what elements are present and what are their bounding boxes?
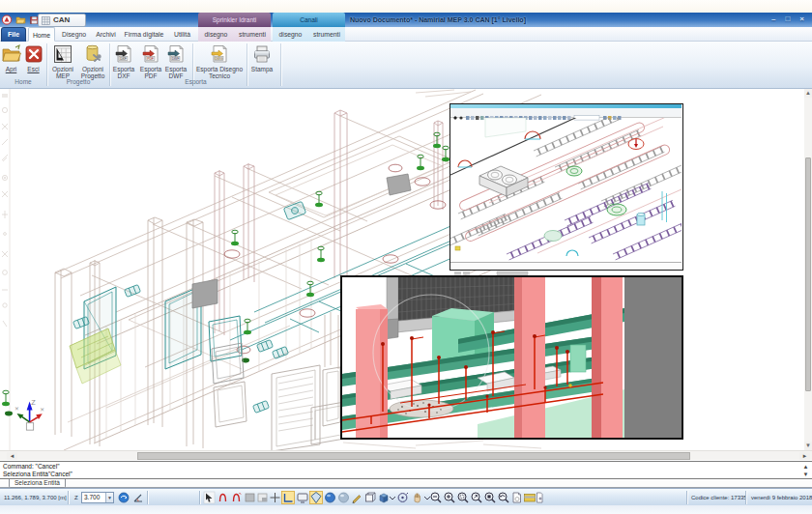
pencil-icon[interactable] [353, 496, 361, 504]
viewport1-content [450, 118, 682, 262]
joists-gray [450, 118, 682, 257]
separator [68, 491, 69, 504]
layer-icon [42, 16, 50, 25]
contextual-group-canali[interactable]: Canali [273, 13, 345, 27]
tab-firma-digitale[interactable]: Firma digitale [122, 27, 166, 42]
horizontal-scroll-thumb[interactable] [137, 452, 690, 460]
chevron-down-icon[interactable]: ▼ [105, 493, 113, 502]
zoom-dynamic-icon[interactable] [472, 493, 481, 502]
svg-text:DWF: DWF [172, 57, 180, 61]
vertical-scrollbar[interactable]: ▲ ▼ [804, 89, 812, 450]
zoom-extents-icon[interactable] [485, 493, 495, 502]
open-folder-icon[interactable] [15, 14, 26, 25]
file-tab[interactable]: File [1, 27, 26, 42]
orbit-icon[interactable] [398, 493, 408, 501]
viewport-window-bottom[interactable] [340, 275, 683, 440]
scroll-left-arrow[interactable]: ◂ [7, 452, 17, 460]
application-window: CAN Sprinkler Idranti Canali Nuovo Docum… [0, 0, 812, 514]
sphere-gray-icon[interactable] [339, 493, 349, 502]
crosshair-icon[interactable] [271, 493, 280, 502]
tab-sprinkler-strumenti[interactable]: strumenti [234, 27, 271, 42]
zoom-window-icon[interactable] [458, 493, 468, 502]
zoom-in-icon[interactable] [445, 493, 454, 502]
command-window[interactable]: Command: "Cancel" Seleziona Entità"Cance… [0, 461, 812, 479]
separator [199, 491, 200, 504]
cube-wire-icon[interactable] [366, 493, 376, 501]
tab-canali-disegno[interactable]: disegno [275, 27, 306, 42]
group-separator [280, 43, 281, 86]
scroll-up-arrow[interactable]: ▲ [804, 89, 812, 98]
tab-archivi[interactable]: Archivi [92, 27, 120, 42]
coordinates-display: 11.266, 1.789, 3.700 [m] [4, 489, 67, 506]
ucs-z-label: Z [31, 398, 36, 407]
scroll-down-arrow[interactable]: ▼ [804, 442, 812, 450]
opzioni-mep-button[interactable]: Opzioni MEP [49, 43, 76, 79]
command-tab[interactable]: Seleziona Entità [9, 479, 66, 488]
z-level-combobox[interactable]: 3.700 ▼ [81, 492, 114, 503]
scroll-right-arrow[interactable]: ▸ [799, 452, 810, 460]
date-display: venerdì 9 febbraio 2018 [751, 489, 812, 506]
command-scrollbar[interactable]: ▲▼ [801, 463, 810, 478]
ribbon: Apri Esci Home Opzioni MEP [0, 42, 812, 89]
select-cursor-icon[interactable] [204, 492, 215, 503]
vertical-scroll-thumb[interactable] [805, 157, 811, 391]
tab-canali-strumenti[interactable]: strumenti [308, 27, 345, 42]
apri-button[interactable]: Apri [1, 43, 21, 79]
display-icon[interactable] [298, 494, 307, 502]
grid-icon[interactable] [246, 494, 254, 501]
tab-disegno[interactable]: Disegno [58, 27, 90, 42]
layout-icon[interactable] [525, 495, 536, 502]
zoom-out-icon[interactable] [431, 493, 441, 502]
door-arcs [458, 131, 540, 167]
tab-utilita[interactable]: Utilità [168, 27, 196, 42]
esporta-pdf-button[interactable]: PDF Esporta PDF [139, 43, 162, 79]
close-button[interactable]: × [799, 13, 804, 26]
opzioni-progetto-button[interactable]: Opzioni Progetto [78, 43, 107, 79]
export-dwg-icon: DWG [209, 43, 230, 65]
sphere-blue-icon[interactable] [326, 493, 335, 502]
separator [686, 491, 687, 504]
chevron-down-icon[interactable] [390, 497, 395, 500]
window-controls: – □ × [771, 13, 804, 26]
wall-panel [192, 279, 218, 308]
snap-grid-icon[interactable] [258, 494, 267, 501]
restore-button[interactable]: □ [785, 13, 790, 26]
group-label-progetto: Progetto [48, 78, 108, 85]
esporta-disegno-tecnico-button[interactable]: DWG Esporta Disegno Tecnico [195, 43, 244, 79]
esporta-dxf-button[interactable]: DXF Esporta DXF [112, 43, 135, 79]
group-label-home: Home [0, 78, 46, 85]
snap-n2-icon[interactable] [234, 493, 242, 501]
viewport1-symbols [455, 139, 667, 257]
layer-combo-value: CAN [53, 16, 70, 24]
esporta-dwf-button[interactable]: DWF Esporta DWF [164, 43, 188, 79]
ahu-unit [479, 166, 528, 196]
command-line-2: Seleziona Entità"Cancel" [3, 471, 809, 478]
drawing-canvas[interactable]: Z ✕ ✕ [0, 89, 804, 450]
zoom-previous-icon[interactable] [499, 493, 508, 502]
chevron-down-icon[interactable] [424, 497, 430, 500]
open-folder-icon [1, 43, 22, 65]
esci-button[interactable]: Esci [23, 43, 44, 79]
ucs-axes-icon: Z ✕ ✕ [14, 398, 44, 430]
snap-n1-icon[interactable] [220, 495, 226, 502]
cube-solid-icon[interactable] [380, 494, 388, 502]
yellow-marker [568, 384, 572, 387]
horizontal-scrollbar[interactable]: ◂ ▸ [0, 450, 812, 460]
app-logo-icon[interactable] [2, 14, 13, 25]
sheet-icon[interactable] [513, 493, 521, 502]
tab-home[interactable]: Home [28, 27, 55, 42]
group-separator [46, 43, 47, 86]
ucs-toggle-icons[interactable] [118, 492, 143, 503]
viewport-window-top[interactable] [450, 103, 683, 271]
tab-sprinkler-disegno[interactable]: disegno [200, 27, 232, 42]
layer-combobox[interactable]: CAN [38, 14, 86, 27]
page-setup-icon[interactable] [537, 493, 543, 502]
svg-text:DWG: DWG [215, 57, 223, 61]
contextual-group-sprinkler[interactable]: Sprinkler Idranti [198, 13, 271, 27]
stampa-button[interactable]: Stampa [249, 43, 275, 79]
minimize-button[interactable]: – [771, 13, 775, 26]
osnap-icon[interactable] [310, 492, 323, 504]
pan-hand-icon[interactable] [415, 494, 420, 502]
wall-studs [106, 239, 311, 438]
ortho-icon[interactable] [282, 492, 295, 504]
